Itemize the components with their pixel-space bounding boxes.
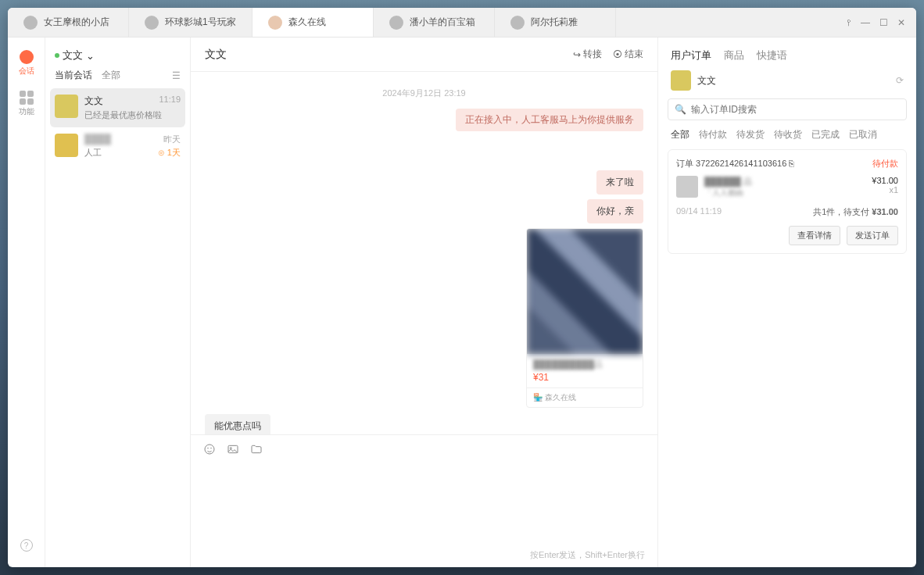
- conv-body: ████昨天 人工⊙ 1天: [84, 134, 181, 159]
- copy-icon[interactable]: ⎘: [789, 159, 794, 168]
- tab-label: 潘小羊的百宝箱: [410, 16, 475, 29]
- product-meta: ██████████品 ¥31: [527, 354, 643, 388]
- left-rail: 会话 功能 ?: [8, 38, 45, 567]
- chat-bubble-icon: [20, 50, 34, 64]
- status-recv[interactable]: 待收货: [774, 128, 802, 141]
- order-user-row: 文文 ⟳: [658, 70, 916, 98]
- conv-header[interactable]: 文文 ⌄: [45, 38, 190, 69]
- tab-shop-1[interactable]: 女王摩根的小店: [8, 8, 129, 37]
- order-id-row: 订单 3722621426141103616 ⎘ 待付款: [676, 158, 898, 170]
- order-card: 订单 3722621426141103616 ⎘ 待付款 ██████ 品 「人…: [668, 149, 907, 254]
- transfer-button[interactable]: ↪ 转接: [573, 48, 602, 61]
- conv-preview: 人工: [84, 147, 102, 159]
- rail-func[interactable]: 功能: [19, 91, 34, 117]
- emoji-icon[interactable]: [203, 443, 216, 458]
- pin-icon[interactable]: ⫯: [847, 17, 851, 28]
- help-icon[interactable]: ?: [20, 539, 33, 552]
- search-icon: 🔍: [675, 104, 686, 115]
- conv-item[interactable]: 文文11:19 已经是最优惠价格啦: [50, 88, 185, 127]
- rail-label: 功能: [19, 106, 34, 117]
- refresh-icon[interactable]: ⟳: [896, 75, 904, 86]
- status-done[interactable]: 已完成: [811, 128, 840, 141]
- chat-actions: ↪ 转接 ⦿ 结束: [573, 48, 643, 61]
- order-info: ██████ 品 「人人都由: [704, 176, 865, 198]
- message-out: 你好，亲: [205, 199, 643, 223]
- conv-tabs: 当前会话 全部 ☰: [45, 69, 190, 88]
- send-order-button[interactable]: 发送订单: [847, 226, 898, 245]
- chat-title: 文文: [205, 48, 227, 62]
- tab-quick-reply[interactable]: 快捷语: [757, 48, 787, 62]
- tab-avatar: [389, 16, 403, 30]
- grid-icon: [20, 91, 34, 105]
- app-window: 女王摩根的小店 环球影城1号玩家 森久在线 潘小羊的百宝箱 阿尔托莉雅 ⫯ — …: [8, 8, 916, 567]
- order-user-name: 文文: [697, 74, 716, 88]
- status-ship[interactable]: 待发货: [736, 128, 765, 141]
- tab-shop-2[interactable]: 环球影城1号玩家: [129, 8, 252, 37]
- tab-label: 女王摩根的小店: [44, 16, 109, 29]
- order-thumb: [676, 176, 698, 198]
- conversation-pane: 文文 ⌄ 当前会话 全部 ☰ 文文11:19 已经是最优惠价格啦: [45, 38, 191, 567]
- conv-tab-current[interactable]: 当前会话: [55, 69, 92, 82]
- filter-icon[interactable]: ☰: [172, 70, 181, 81]
- message-input[interactable]: [203, 458, 645, 549]
- bubble-text: 能优惠点吗: [205, 414, 270, 434]
- order-summary-price: ¥31.00: [872, 207, 898, 216]
- svg-point-1: [208, 448, 209, 448]
- minimize-icon[interactable]: —: [861, 17, 870, 28]
- rail-label: 会话: [19, 66, 34, 77]
- conv-time: 昨天: [163, 134, 181, 145]
- order-price: ¥31.00: [872, 176, 898, 185]
- order-state: 待付款: [872, 158, 898, 170]
- status-cancel[interactable]: 已取消: [849, 128, 877, 141]
- conversation-list: 文文11:19 已经是最优惠价格啦 ████昨天 人工⊙ 1天: [45, 88, 190, 567]
- order-status-tabs: 全部 待付款 待发货 待收货 已完成 已取消: [658, 128, 916, 149]
- tab-label: 森久在线: [288, 16, 326, 29]
- end-button[interactable]: ⦿ 结束: [613, 48, 643, 61]
- order-search[interactable]: 🔍: [668, 98, 907, 120]
- conv-item[interactable]: ████昨天 人工⊙ 1天: [50, 127, 185, 165]
- order-qty: x1: [872, 185, 898, 195]
- conv-title: 文文: [63, 48, 83, 62]
- avatar: [55, 134, 78, 157]
- chat-header: 文文 ↪ 转接 ⦿ 结束: [191, 38, 657, 72]
- message-out: 来了啦: [205, 170, 643, 195]
- maximize-icon[interactable]: ☐: [879, 17, 888, 28]
- tab-avatar: [23, 16, 38, 30]
- composer-tools: [203, 443, 645, 458]
- tab-shop-5[interactable]: 阿尔托莉雅: [495, 8, 616, 37]
- conv-badge: ⊙ 1天: [158, 147, 181, 159]
- window-controls: ⫯ — ☐ ✕: [836, 8, 916, 37]
- status-all[interactable]: 全部: [671, 128, 689, 141]
- message-list[interactable]: 2024年9月12日 23:19 正在接入中，人工客服马上为你提供服务 来了啦 …: [191, 72, 657, 434]
- tab-user-orders[interactable]: 用户订单: [671, 48, 711, 62]
- folder-icon[interactable]: [250, 443, 263, 458]
- date-separator: 2024年9月12日 23:19: [205, 88, 643, 99]
- conv-tab-all[interactable]: 全部: [102, 69, 120, 82]
- tab-avatar: [510, 16, 525, 30]
- order-summary: 09/14 11:19 共1件，待支付 ¥31.00: [676, 206, 898, 218]
- conv-preview: 已经是最优惠价格啦: [84, 109, 181, 121]
- image-icon[interactable]: [227, 443, 239, 458]
- order-price-col: ¥31.00 x1: [872, 176, 898, 198]
- order-search-input[interactable]: [691, 104, 900, 115]
- conv-name: ████: [84, 134, 111, 145]
- tab-avatar: [145, 16, 159, 30]
- tab-shop-4[interactable]: 潘小羊的百宝箱: [374, 8, 495, 37]
- tab-label: 环球影城1号玩家: [165, 16, 236, 29]
- order-summary-text: 共1件，待支付: [813, 207, 869, 216]
- order-top-tabs: 用户订单 商品 快捷语: [658, 38, 916, 70]
- tab-products[interactable]: 商品: [724, 48, 744, 62]
- tab-bar: 女王摩根的小店 环球影城1号玩家 森久在线 潘小羊的百宝箱 阿尔托莉雅 ⫯ — …: [8, 8, 916, 38]
- tab-avatar: [268, 16, 282, 30]
- tab-shop-3[interactable]: 森久在线: [252, 8, 374, 37]
- view-detail-button[interactable]: 查看详情: [789, 226, 840, 245]
- close-icon[interactable]: ✕: [897, 17, 905, 28]
- product-image: [527, 229, 643, 354]
- avatar: [671, 70, 691, 91]
- product-card[interactable]: ██████████品 ¥31 🏪 森久在线: [526, 228, 643, 408]
- rail-chat[interactable]: 会话: [19, 50, 34, 77]
- order-time: 09/14 11:19: [676, 206, 722, 218]
- system-message: 正在接入中，人工客服马上为你提供服务: [456, 109, 643, 131]
- bubble-text: 来了啦: [596, 170, 643, 195]
- status-pay[interactable]: 待付款: [699, 128, 727, 141]
